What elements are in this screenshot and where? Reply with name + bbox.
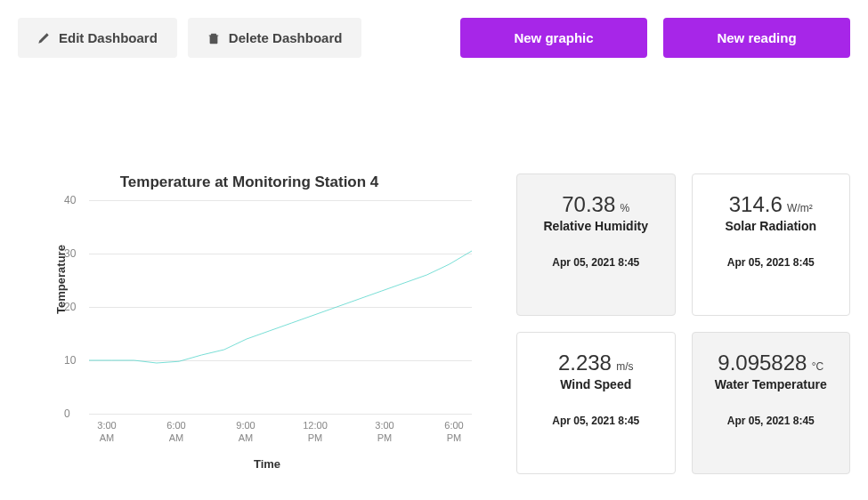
toolbar: Edit Dashboard Delete Dashboard New grap… [18,18,850,58]
content: Temperature at Monitoring Station 4 Temp… [18,85,850,474]
toolbar-right: New graphic New reading [460,18,850,58]
reading-card[interactable]: 70.38 %Relative HumidityApr 05, 2021 8:4… [516,173,676,316]
reading-value: 9.095828 [718,351,807,375]
edit-dashboard-label: Edit Dashboard [59,30,158,45]
trash-icon [207,32,220,44]
chart-title: Temperature at Monitoring Station 4 [18,173,481,191]
y-tick-label: 30 [64,247,76,260]
new-graphic-button[interactable]: New graphic [460,18,647,58]
edit-dashboard-button[interactable]: Edit Dashboard [18,18,177,58]
y-tick-label: 10 [64,354,76,367]
reading-unit: W/m² [784,202,813,214]
reading-timestamp: Apr 05, 2021 8:45 [531,415,661,427]
reading-unit: °C [808,360,823,373]
reading-value: 314.6 [729,192,783,216]
toolbar-left: Edit Dashboard Delete Dashboard [18,18,361,58]
reading-card[interactable]: 2.238 m/sWind SpeedApr 05, 2021 8:45 [516,332,676,474]
reading-label: Relative Humidity [531,219,661,233]
reading-card[interactable]: 314.6 W/m²Solar RadiationApr 05, 2021 8:… [692,173,851,316]
y-tick-label: 40 [64,194,76,206]
reading-cards: 70.38 %Relative HumidityApr 05, 2021 8:4… [516,85,850,474]
reading-label: Solar Radiation [707,219,836,233]
chart-plot: 010203040 [89,200,472,414]
x-tick-label: 3:00PM [367,419,402,445]
chart-panel: Temperature at Monitoring Station 4 Temp… [18,85,481,474]
new-reading-label: New reading [717,30,796,45]
reading-unit: m/s [613,360,634,373]
new-reading-button[interactable]: New reading [663,18,850,58]
x-tick-label: 6:00AM [158,419,194,445]
delete-dashboard-button[interactable]: Delete Dashboard [188,18,362,58]
reading-value: 70.38 [562,192,615,216]
reading-timestamp: Apr 05, 2021 8:45 [707,256,836,269]
delete-dashboard-label: Delete Dashboard [229,30,343,45]
grid-line [89,414,472,415]
reading-timestamp: Apr 05, 2021 8:45 [707,415,836,427]
x-tick-label: 9:00AM [228,419,264,445]
reading-label: Water Temperature [707,377,836,391]
reading-card[interactable]: 9.095828 °CWater TemperatureApr 05, 2021… [692,332,851,474]
reading-value: 2.238 [558,351,612,375]
new-graphic-label: New graphic [514,30,593,45]
x-tick-label: 6:00PM [436,419,472,445]
reading-unit: % [617,202,629,214]
y-tick-label: 0 [64,407,70,420]
x-tick-label: 3:00AM [89,419,125,445]
chart-line [89,200,472,414]
x-axis-ticks: 3:00AM6:00AM9:00AM12:00PM3:00PM6:00PM [89,419,472,445]
pencil-icon [37,32,50,44]
reading-label: Wind Speed [531,377,661,391]
x-tick-label: 12:00PM [297,419,333,445]
x-axis-label: Time [53,457,481,471]
reading-timestamp: Apr 05, 2021 8:45 [531,256,661,269]
y-tick-label: 20 [64,301,76,313]
